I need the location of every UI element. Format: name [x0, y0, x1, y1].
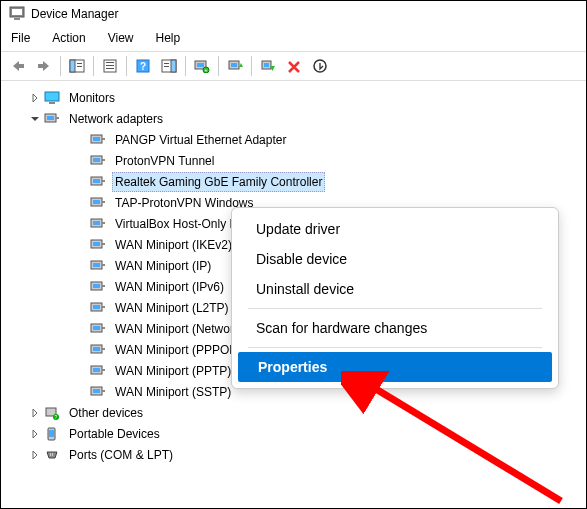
network-adapter-icon: [89, 153, 107, 169]
chevron-right-icon[interactable]: [29, 407, 41, 419]
network-adapter-icon: [89, 300, 107, 316]
tree-item-adapter[interactable]: ·Realtek Gaming GbE Family Controller: [19, 171, 582, 192]
tree-spacer: ·: [75, 386, 87, 398]
svg-rect-14: [171, 60, 176, 72]
network-adapter-icon: [89, 384, 107, 400]
svg-rect-2: [14, 18, 20, 20]
tree-item-other-devices[interactable]: ? Other devices: [19, 402, 582, 423]
network-adapter-icon: [89, 237, 107, 253]
context-menu: Update driver Disable device Uninstall d…: [231, 207, 559, 389]
svg-rect-68: [93, 389, 100, 393]
network-adapter-icon: [89, 132, 107, 148]
context-uninstall-device[interactable]: Uninstall device: [236, 274, 554, 304]
svg-rect-16: [164, 66, 169, 67]
svg-rect-18: [197, 63, 204, 67]
svg-rect-33: [102, 138, 105, 140]
tree-spacer: ·: [75, 281, 87, 293]
context-scan-hardware[interactable]: Scan for hardware changes: [236, 313, 554, 343]
uninstall-device-button[interactable]: [281, 54, 307, 78]
svg-rect-41: [93, 200, 100, 204]
chevron-right-icon[interactable]: [29, 449, 41, 461]
context-separator: [248, 347, 542, 348]
toolbar-separator: [185, 56, 186, 76]
tree-item-adapter[interactable]: ·ProtonVPN Tunnel: [19, 150, 582, 171]
svg-rect-62: [93, 347, 100, 351]
svg-rect-8: [106, 62, 114, 63]
network-adapter-icon: [89, 195, 107, 211]
tree-label: Other devices: [66, 403, 146, 423]
disable-device-button[interactable]: [255, 54, 281, 78]
tree-label: WAN Miniport (PPPOE): [112, 340, 244, 360]
context-update-driver[interactable]: Update driver: [236, 214, 554, 244]
svg-rect-69: [102, 390, 105, 392]
svg-rect-26: [45, 92, 59, 101]
menu-view[interactable]: View: [104, 29, 138, 47]
tree-label: WAN Miniport (L2TP): [112, 298, 232, 318]
tree-spacer: ·: [75, 218, 87, 230]
tree-label: PANGP Virtual Ethernet Adapter: [112, 130, 289, 150]
tree-spacer: ·: [75, 344, 87, 356]
context-properties[interactable]: Properties: [238, 352, 552, 382]
svg-rect-54: [102, 285, 105, 287]
show-hide-console-tree-button[interactable]: [64, 54, 90, 78]
help-button[interactable]: ?: [130, 54, 156, 78]
portable-devices-icon: [43, 426, 61, 442]
action-pane-button[interactable]: [156, 54, 182, 78]
forward-button[interactable]: [31, 54, 57, 78]
svg-rect-15: [164, 63, 169, 64]
window-title: Device Manager: [31, 7, 118, 21]
tree-item-adapter[interactable]: ·PANGP Virtual Ethernet Adapter: [19, 129, 582, 150]
add-legacy-hardware-button[interactable]: [307, 54, 333, 78]
tree-item-network-adapters[interactable]: Network adapters: [19, 108, 582, 129]
svg-rect-57: [102, 306, 105, 308]
monitor-icon: [43, 90, 61, 106]
toolbar-separator: [93, 56, 94, 76]
svg-text:+: +: [205, 67, 208, 73]
svg-rect-38: [93, 179, 100, 183]
svg-rect-36: [102, 159, 105, 161]
svg-rect-27: [49, 102, 55, 104]
network-adapter-icon: [89, 321, 107, 337]
network-adapter-icon: [89, 279, 107, 295]
tree-item-portable-devices[interactable]: Portable Devices: [19, 423, 582, 444]
tree-label: WAN Miniport (IPv6): [112, 277, 227, 297]
tree-label: Network adapters: [66, 109, 166, 129]
toolbar: ? +: [1, 51, 586, 81]
chevron-down-icon[interactable]: [29, 113, 41, 125]
update-driver-button[interactable]: [222, 54, 248, 78]
chevron-right-icon[interactable]: [29, 428, 41, 440]
menu-action[interactable]: Action: [48, 29, 89, 47]
tree-label: Realtek Gaming GbE Family Controller: [112, 172, 325, 192]
network-adapter-icon: [89, 174, 107, 190]
tree-label: WAN Miniport (PPTP): [112, 361, 234, 381]
svg-rect-6: [77, 66, 82, 67]
svg-rect-47: [93, 242, 100, 246]
svg-rect-10: [106, 68, 114, 69]
svg-rect-32: [93, 137, 100, 141]
svg-rect-76: [52, 453, 53, 456]
network-adapter-icon: [89, 216, 107, 232]
tree-spacer: ·: [75, 134, 87, 146]
svg-rect-30: [56, 117, 59, 119]
back-button[interactable]: [5, 54, 31, 78]
toolbar-separator: [251, 56, 252, 76]
tree-spacer: ·: [75, 197, 87, 209]
svg-rect-1: [12, 9, 22, 15]
context-separator: [248, 308, 542, 309]
svg-rect-24: [264, 63, 269, 67]
context-disable-device[interactable]: Disable device: [236, 244, 554, 274]
toolbar-separator: [218, 56, 219, 76]
svg-rect-4: [70, 60, 75, 72]
menu-file[interactable]: File: [7, 29, 34, 47]
svg-rect-63: [102, 348, 105, 350]
chevron-right-icon[interactable]: [29, 92, 41, 104]
tree-item-monitors[interactable]: Monitors: [19, 87, 582, 108]
svg-rect-39: [102, 180, 105, 182]
tree-label: WAN Miniport (SSTP): [112, 382, 234, 402]
svg-rect-35: [93, 158, 100, 162]
scan-hardware-button[interactable]: +: [189, 54, 215, 78]
tree-item-ports[interactable]: Ports (COM & LPT): [19, 444, 582, 465]
menu-help[interactable]: Help: [152, 29, 185, 47]
properties-button[interactable]: [97, 54, 123, 78]
tree-label: Ports (COM & LPT): [66, 445, 176, 465]
